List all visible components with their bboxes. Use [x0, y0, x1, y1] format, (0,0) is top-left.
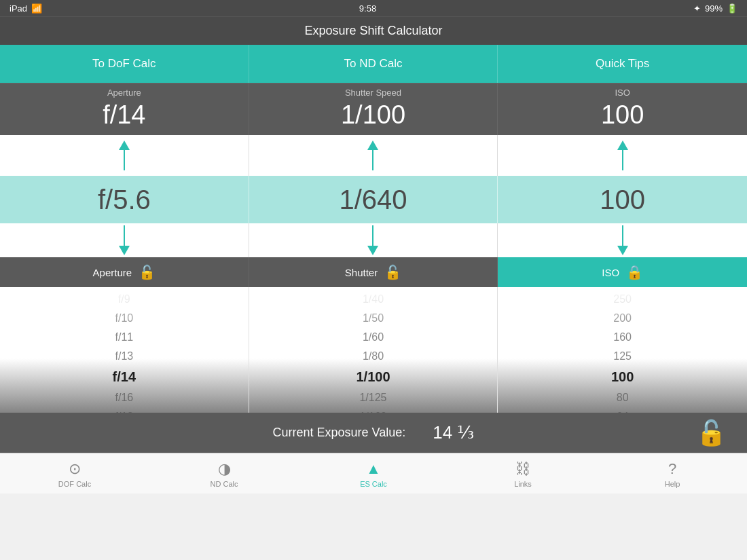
iso-item-3[interactable]: 125 [498, 347, 747, 366]
app-title: Exposure Shift Calculator [304, 24, 442, 37]
arrow-down-iso [617, 246, 628, 255]
arrow-line2-aperture [124, 225, 125, 246]
tab-dof-calc[interactable]: ⊙ DOF Calc [48, 460, 102, 488]
help-label: Help [665, 480, 680, 488]
dof-calc-button[interactable]: To DoF Calc [0, 45, 249, 83]
aperture-item-0[interactable]: f/9 [0, 290, 249, 309]
help-icon: ? [668, 460, 676, 478]
arrow-up-aperture [119, 141, 130, 150]
bottom-info-bar: Current Exposure Value: 14 ⅓ 🔓 [0, 413, 747, 453]
shutter-lock-icon[interactable]: 🔓 [384, 264, 401, 280]
dof-calc-label: DOF Calc [58, 480, 91, 488]
arrow-up-iso [617, 141, 628, 150]
arrow-section-2 [0, 223, 747, 257]
links-icon: ⛓ [515, 460, 530, 478]
iso-col-header[interactable]: ISO 🔒 [498, 257, 747, 287]
tab-es-calc[interactable]: ▲ ES Calc [346, 460, 401, 488]
aperture-item-1[interactable]: f/10 [0, 309, 249, 328]
iso-col-label: ISO [602, 267, 619, 278]
arrow-iso [498, 135, 747, 176]
current-aperture: f/5.6 [0, 176, 249, 223]
tab-help[interactable]: ? Help [645, 460, 699, 488]
bottom-lock-icon[interactable]: 🔓 [696, 419, 727, 447]
iso-value: 100 [498, 100, 747, 130]
status-left: iPad 📶 [10, 3, 42, 14]
time-display: 9:58 [359, 3, 376, 14]
arrow-line-aperture [124, 150, 125, 170]
nd-calc-button[interactable]: To ND Calc [249, 45, 498, 83]
shutter-item-4[interactable]: 1/100 [249, 366, 498, 388]
aperture-item-3[interactable]: f/13 [0, 347, 249, 366]
column-headers: Aperture 🔓 Shutter 🔓 ISO 🔒 [0, 257, 747, 287]
shutter-item-1[interactable]: 1/50 [249, 309, 498, 328]
scroll-list-area: f/9 f/10 f/11 f/13 f/14 f/16 f/18 f/20 1… [0, 287, 747, 413]
iso-label: ISO [498, 88, 747, 98]
iso-lock-icon[interactable]: 🔒 [626, 264, 643, 280]
shutter-item-3[interactable]: 1/80 [249, 347, 498, 366]
iso-scroll-col[interactable]: 250 200 160 125 100 80 64 50 [498, 287, 747, 413]
arrow-aperture [0, 135, 249, 176]
tab-bar: ⊙ DOF Calc ◑ ND Calc ▲ ES Calc ⛓ Links ?… [0, 453, 747, 493]
aperture-item-2[interactable]: f/11 [0, 328, 249, 347]
es-calc-icon: ▲ [366, 460, 381, 478]
iso-item-1[interactable]: 200 [498, 309, 747, 328]
aperture-lock-icon[interactable]: 🔓 [139, 264, 156, 280]
arrow-up-shutter [367, 141, 378, 150]
arrow2-iso [498, 223, 747, 257]
shutter-scroll-col[interactable]: 1/40 1/50 1/60 1/80 1/100 1/125 1/160 1/… [249, 287, 498, 413]
aperture-item-6[interactable]: f/18 [0, 407, 249, 413]
wifi-icon: 📶 [31, 3, 42, 14]
arrow-line2-iso [622, 225, 623, 246]
arrow-shutter [249, 135, 498, 176]
title-bar: Exposure Shift Calculator [0, 16, 747, 45]
target-iso-cell: ISO 100 [498, 83, 747, 135]
iso-item-0[interactable]: 250 [498, 290, 747, 309]
top-nav: To DoF Calc To ND Calc Quick Tips [0, 45, 747, 83]
arrow-line-shutter [372, 150, 374, 170]
arrow-down-aperture [119, 246, 130, 255]
arrow2-shutter [249, 223, 498, 257]
quick-tips-button[interactable]: Quick Tips [498, 45, 747, 83]
shutter-item-5[interactable]: 1/125 [249, 388, 498, 407]
iso-item-4[interactable]: 100 [498, 366, 747, 388]
aperture-col-label: Aperture [93, 267, 132, 278]
shutter-item-0[interactable]: 1/40 [249, 290, 498, 309]
bluetooth-icon: ✦ [693, 3, 701, 14]
target-shutter-cell: Shutter Speed 1/100 [249, 83, 498, 135]
battery-percent: 99% [705, 3, 723, 14]
target-aperture-cell: Aperture f/14 [0, 83, 249, 135]
nd-calc-label: ND Calc [211, 480, 238, 488]
arrow-down-shutter [367, 246, 378, 255]
arrow2-aperture [0, 223, 249, 257]
aperture-scroll-col[interactable]: f/9 f/10 f/11 f/13 f/14 f/16 f/18 f/20 [0, 287, 249, 413]
links-label: Links [514, 480, 532, 488]
device-label: iPad [10, 3, 27, 14]
current-iso: 100 [498, 176, 747, 223]
current-exposure-row: f/5.6 1/640 100 [0, 176, 747, 223]
battery-icon: 🔋 [727, 3, 737, 14]
aperture-value: f/14 [0, 100, 249, 130]
shutter-col-label: Shutter [345, 267, 378, 278]
arrow-line-iso [622, 150, 623, 170]
shutter-item-2[interactable]: 1/60 [249, 328, 498, 347]
tab-links[interactable]: ⛓ Links [496, 460, 550, 488]
aperture-label: Aperture [0, 88, 249, 98]
status-right: ✦ 99% 🔋 [693, 3, 737, 14]
tab-nd-calc[interactable]: ◑ ND Calc [197, 460, 251, 488]
shutter-item-6[interactable]: 1/160 [249, 407, 498, 413]
current-shutter: 1/640 [249, 176, 498, 223]
shutter-value: 1/100 [249, 100, 498, 130]
shutter-col-header[interactable]: Shutter 🔓 [249, 257, 498, 287]
aperture-item-4[interactable]: f/14 [0, 366, 249, 388]
aperture-item-5[interactable]: f/16 [0, 388, 249, 407]
iso-item-6[interactable]: 64 [498, 407, 747, 413]
arrow-line2-shutter [372, 225, 374, 246]
aperture-col-header[interactable]: Aperture 🔓 [0, 257, 249, 287]
ev-label: Current Exposure Value: [273, 426, 406, 440]
status-bar: iPad 📶 9:58 ✦ 99% 🔋 [0, 0, 747, 16]
iso-item-2[interactable]: 160 [498, 328, 747, 347]
ev-value: 14 ⅓ [433, 422, 474, 443]
nd-calc-icon: ◑ [218, 460, 231, 478]
dof-calc-icon: ⊙ [69, 460, 81, 478]
iso-item-5[interactable]: 80 [498, 388, 747, 407]
